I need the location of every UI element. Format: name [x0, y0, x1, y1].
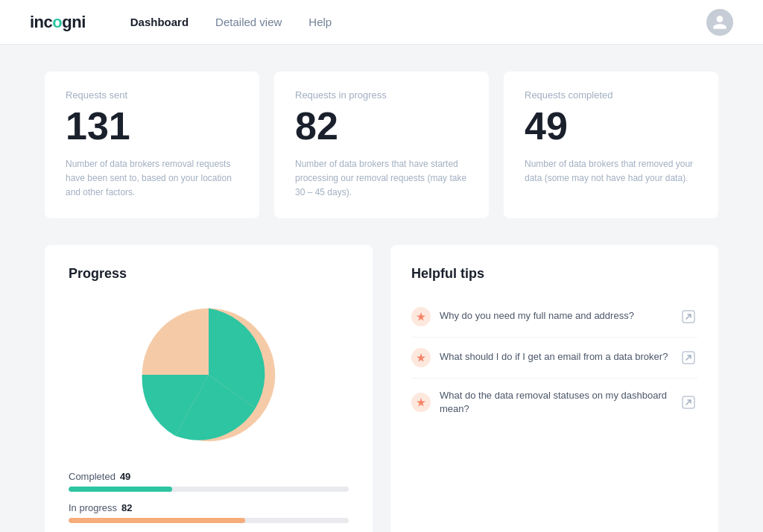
bar-completed-track: [69, 487, 349, 492]
progress-bar-completed: Completed 49: [69, 471, 349, 492]
tips-card: Helpful tips Why do you need my full nam…: [390, 245, 718, 532]
tip-left-1: What should I do if I get an email from …: [411, 348, 668, 367]
logo: incogni: [30, 13, 86, 32]
stat-completed-desc: Number of data brokers that removed your…: [525, 157, 697, 186]
stat-card-inprogress: Requests in progress 82 Number of data b…: [274, 72, 489, 218]
nav-help[interactable]: Help: [308, 13, 332, 31]
bar-inprogress-fill: [69, 518, 245, 523]
tip-item-0[interactable]: Why do you need my full name and address…: [411, 297, 697, 338]
stat-inprogress-label: Requests in progress: [295, 89, 468, 101]
stat-sent-desc: Number of data brokers removal requests …: [66, 157, 238, 200]
tips-title: Helpful tips: [411, 266, 697, 282]
tip-item-1[interactable]: What should I do if I get an email from …: [411, 338, 697, 379]
stat-completed-label: Requests completed: [525, 89, 697, 101]
bar-completed-label: Completed: [69, 471, 115, 482]
stat-completed-value: 49: [525, 107, 697, 145]
bar-inprogress-count: 82: [121, 502, 132, 513]
nav-dashboard[interactable]: Dashboard: [130, 13, 189, 31]
main-content: Requests sent 131 Number of data brokers…: [0, 45, 763, 532]
bar-inprogress-label: In progress: [69, 502, 117, 513]
stat-inprogress-desc: Number of data brokers that have started…: [295, 157, 468, 200]
stat-inprogress-value: 82: [295, 107, 468, 145]
tip-arrow-2: [680, 393, 697, 411]
bottom-section: Progress: [45, 245, 718, 532]
pie-chart-container: [69, 297, 349, 453]
nav-detailed-view[interactable]: Detailed view: [215, 13, 282, 31]
tip-item-2[interactable]: What do the data removal statuses on my …: [411, 379, 697, 426]
progress-title: Progress: [69, 266, 349, 282]
tip-left-2: What do the data removal statuses on my …: [411, 389, 671, 416]
tip-left-0: Why do you need my full name and address…: [411, 307, 634, 326]
bar-completed-fill: [69, 487, 172, 492]
tip-text-2: What do the data removal statuses on my …: [440, 389, 671, 416]
tip-arrow-0: [680, 308, 697, 326]
stat-sent-label: Requests sent: [66, 89, 238, 101]
avatar[interactable]: [706, 9, 733, 36]
stat-sent-value: 131: [66, 107, 238, 145]
nav-links: Dashboard Detailed view Help: [130, 13, 706, 31]
star-icon-0: [411, 307, 431, 326]
bar-inprogress-track: [69, 518, 349, 523]
tip-text-1: What should I do if I get an email from …: [440, 350, 668, 364]
progress-bar-inprogress: In progress 82: [69, 502, 349, 523]
star-icon-2: [411, 393, 431, 412]
stat-cards: Requests sent 131 Number of data brokers…: [45, 72, 718, 218]
star-icon-1: [411, 348, 431, 367]
tip-text-0: Why do you need my full name and address…: [440, 309, 634, 323]
tip-arrow-1: [680, 349, 697, 367]
progress-card: Progress: [45, 245, 373, 532]
bar-completed-count: 49: [120, 471, 130, 482]
navbar: incogni Dashboard Detailed view Help: [0, 0, 763, 45]
stat-card-completed: Requests completed 49 Number of data bro…: [504, 72, 718, 218]
stat-card-sent: Requests sent 131 Number of data brokers…: [45, 72, 259, 218]
pie-chart: [130, 297, 287, 453]
